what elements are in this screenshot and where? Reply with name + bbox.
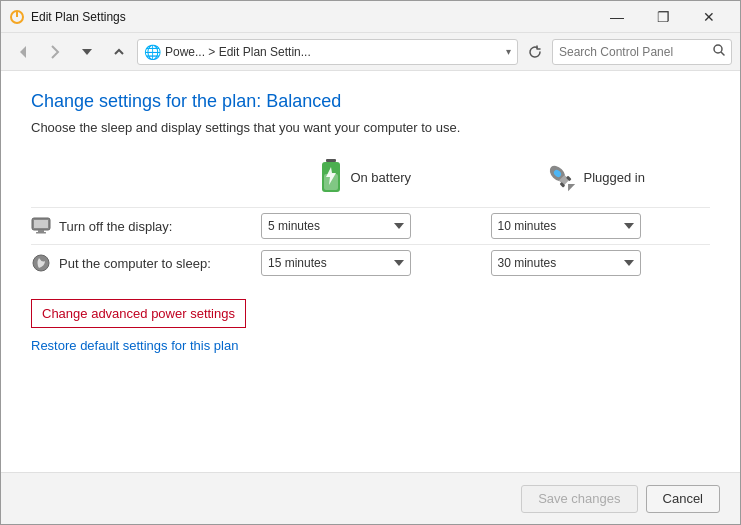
display-battery-select-cell: 5 minutes 1 minute 2 minutes 3 minutes 1… <box>251 209 481 243</box>
display-icon <box>31 216 51 236</box>
column-headers: On battery Plugged in <box>31 159 710 203</box>
window-icon <box>9 9 25 25</box>
links-section: Change advanced power settings Restore d… <box>31 299 710 353</box>
forward-button[interactable] <box>41 38 69 66</box>
advanced-settings-link[interactable]: Change advanced power settings <box>31 299 246 328</box>
battery-column-header: On battery <box>251 159 481 203</box>
refresh-button[interactable] <box>522 39 548 65</box>
up-button[interactable] <box>105 38 133 66</box>
plugged-column-header: Plugged in <box>481 159 711 203</box>
minimize-button[interactable]: — <box>594 1 640 33</box>
sleep-icon <box>31 253 51 273</box>
window-title: Edit Plan Settings <box>31 10 594 24</box>
close-button[interactable]: ✕ <box>686 1 732 33</box>
display-label-cell: Turn off the display: <box>31 208 251 244</box>
page-subtitle: Choose the sleep and display settings th… <box>31 120 710 135</box>
nav-bar: 🌐 Powe... > Edit Plan Settin... ▾ <box>1 33 740 71</box>
display-label: Turn off the display: <box>59 219 172 234</box>
search-button[interactable] <box>713 44 725 59</box>
svg-line-3 <box>722 53 725 56</box>
restore-button[interactable]: ❐ <box>640 1 686 33</box>
sleep-plugged-select-cell: 30 minutes 1 minute 2 minutes 5 minutes … <box>481 246 711 280</box>
display-plugged-select-cell: 10 minutes 1 minute 2 minutes 3 minutes … <box>481 209 711 243</box>
svg-rect-17 <box>36 232 46 234</box>
title-bar-controls: — ❐ ✕ <box>594 1 732 33</box>
footer: Save changes Cancel <box>1 472 740 524</box>
svg-rect-15 <box>34 220 48 228</box>
search-input[interactable] <box>559 45 713 59</box>
battery-column-label: On battery <box>350 170 411 185</box>
recent-pages-button[interactable] <box>73 38 101 66</box>
sleep-battery-select-cell: 15 minutes 1 minute 2 minutes 3 minutes … <box>251 246 481 280</box>
svg-rect-16 <box>38 230 44 232</box>
plugged-icon <box>546 162 576 192</box>
battery-icon <box>320 159 342 195</box>
window: Edit Plan Settings — ❐ ✕ 🌐 Powe... > Edi… <box>0 0 741 525</box>
cancel-button[interactable]: Cancel <box>646 485 720 513</box>
display-plugged-select[interactable]: 10 minutes 1 minute 2 minutes 3 minutes … <box>491 213 641 239</box>
plugged-column-label: Plugged in <box>584 170 645 185</box>
save-changes-button[interactable]: Save changes <box>521 485 637 513</box>
address-bar[interactable]: 🌐 Powe... > Edit Plan Settin... ▾ <box>137 39 518 65</box>
sleep-battery-select[interactable]: 15 minutes 1 minute 2 minutes 3 minutes … <box>261 250 411 276</box>
svg-point-2 <box>714 45 722 53</box>
restore-defaults-link[interactable]: Restore default settings for this plan <box>31 338 710 353</box>
search-bar[interactable] <box>552 39 732 65</box>
display-battery-select[interactable]: 5 minutes 1 minute 2 minutes 3 minutes 1… <box>261 213 411 239</box>
sleep-setting-row: Put the computer to sleep: 15 minutes 1 … <box>31 244 710 281</box>
address-text: Powe... > Edit Plan Settin... <box>165 45 502 59</box>
display-setting-row: Turn off the display: 5 minutes 1 minute… <box>31 207 710 244</box>
address-chevron-icon: ▾ <box>506 46 511 57</box>
page-title: Change settings for the plan: Balanced <box>31 91 710 112</box>
svg-rect-4 <box>326 159 336 162</box>
back-button[interactable] <box>9 38 37 66</box>
sleep-plugged-select[interactable]: 30 minutes 1 minute 2 minutes 5 minutes … <box>491 250 641 276</box>
sleep-label-cell: Put the computer to sleep: <box>31 245 251 281</box>
sleep-label: Put the computer to sleep: <box>59 256 211 271</box>
address-globe-icon: 🌐 <box>144 44 161 60</box>
content-area: Change settings for the plan: Balanced C… <box>1 71 740 472</box>
title-bar: Edit Plan Settings — ❐ ✕ <box>1 1 740 33</box>
